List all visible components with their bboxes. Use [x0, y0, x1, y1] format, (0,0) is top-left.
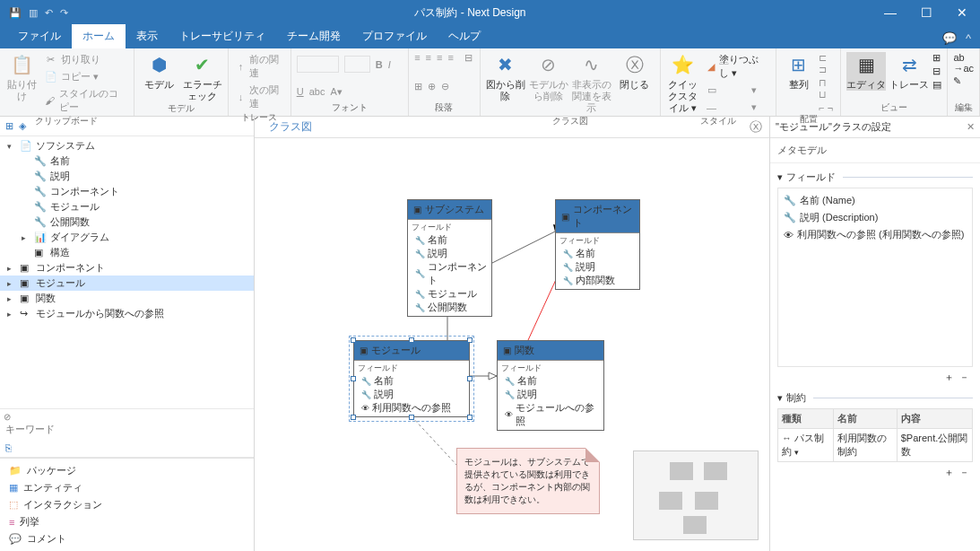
menubar: ファイル ホーム 表示 トレーサビリティ チーム開発 プロファイル ヘルプ 💬 … [0, 25, 980, 48]
tab-help[interactable]: ヘルプ [438, 24, 491, 48]
canvas-close-icon[interactable]: ⓧ [750, 119, 762, 136]
redo-icon[interactable]: ↷ [60, 7, 68, 19]
group-paragraph: 段落 [414, 101, 474, 116]
diagram-note[interactable]: モジュールは、サブシステムで提供されている関数は利用できるが、コンポーネント内部… [456, 448, 600, 514]
model-tree[interactable]: ▾📄ソフシステム🔧名前🔧説明🔧コンポーネント🔧モジュール🔧公開関数▸📊ダイアグラ… [0, 136, 254, 408]
class-subsystem[interactable]: ▣サブシステム フィールド 🔧名前 🔧説明 🔧コンポーネント 🔧モジュール 🔧公… [407, 199, 492, 317]
group-view: ビュー [846, 101, 941, 116]
class-component[interactable]: ▣コンポーネント フィールド 🔧名前 🔧説明 🔧内部関数 [555, 199, 640, 290]
tab-file[interactable]: ファイル [7, 24, 72, 48]
titlebar: 💾 ▥ ↶ ↷ パス制約 - Next Design — ☐ ✕ [0, 0, 980, 25]
remove-constraint-button[interactable]: － [959, 466, 969, 479]
window-title: パス制約 - Next Design [68, 5, 872, 21]
group-model: モデル [140, 102, 222, 117]
minimap[interactable] [633, 450, 759, 540]
tree-item[interactable]: 🔧コンポーネント [0, 184, 254, 199]
add-field-button[interactable]: ＋ [944, 371, 954, 384]
canvas-area: クラス図 ⓧ ▣サブシステム フィールド 🔧名前 [255, 117, 769, 551]
tree-item[interactable]: ▸▣モジュール [0, 276, 254, 291]
properties-panel: "モジュール"クラスの設定✕ メタモデル ▾フィールド 🔧名前 (Name)🔧説… [769, 117, 980, 551]
paste-button[interactable]: 📋貼り付け [5, 52, 39, 102]
editor-button[interactable]: ▦エディタ [846, 52, 886, 91]
quickstyle-button[interactable]: ⭐クイックスタイル ▾ [666, 52, 700, 115]
fill-button[interactable]: ◢塗りつぶし ▾ [704, 52, 770, 81]
tab-profile[interactable]: プロファイル [351, 24, 438, 48]
delete-from-model-button[interactable]: ⊘モデルから削除 [529, 52, 568, 102]
type-item[interactable]: ▦エンティティ [4, 479, 250, 496]
svg-marker-9 [489, 372, 497, 380]
tab-view[interactable]: 表示 [126, 24, 169, 48]
copy-structure-icon[interactable]: ⎘ [5, 442, 12, 453]
cut-button[interactable]: ✂切り取り [43, 52, 128, 67]
model-button[interactable]: ⬢モデル [140, 52, 179, 91]
panel-title: "モジュール"クラスの設定 [776, 120, 891, 134]
prev-relation-button[interactable]: ↑前の関連 [234, 52, 285, 81]
type-list[interactable]: 📁パッケージ▦エンティティ⬚インタラクション≡列挙💬コメント [0, 458, 254, 551]
type-item[interactable]: 💬コメント [4, 530, 250, 547]
tree-item[interactable]: ▸📊ダイアグラム [0, 230, 254, 245]
trace-view-button[interactable]: ⇄トレース [889, 52, 929, 91]
delete-from-figure-button[interactable]: ✖図から削除 [486, 52, 525, 102]
canvas-tab[interactable]: クラス図 [262, 116, 319, 138]
maximize-button[interactable]: ☐ [908, 5, 944, 20]
errorcheck-button[interactable]: ✔エラーチェック [183, 52, 222, 102]
class-function[interactable]: ▣関数 フィールド 🔧名前 🔧説明 👁モジュールへの参照 [497, 340, 604, 431]
nav-icon2[interactable]: ◈ [19, 120, 26, 132]
field-row[interactable]: 🔧説明 (Description) [782, 209, 968, 226]
tree-item[interactable]: 🔧名前 [0, 153, 254, 169]
close-diagram-button[interactable]: ⓧ閉じる [615, 52, 655, 91]
remove-field-button[interactable]: － [959, 371, 969, 384]
filter-input[interactable] [4, 422, 250, 436]
tab-home[interactable]: ホーム [72, 24, 126, 48]
tree-item[interactable]: ▾📄ソフシステム [0, 138, 254, 153]
new-icon[interactable]: ▥ [29, 7, 38, 19]
nav-icon[interactable]: ⊞ [5, 120, 13, 132]
group-edit: 編集 [953, 101, 974, 116]
minimize-button[interactable]: — [872, 5, 908, 20]
type-item[interactable]: ≡列挙 [4, 513, 250, 530]
type-item[interactable]: 📁パッケージ [4, 462, 250, 479]
type-item[interactable]: ⬚インタラクション [4, 496, 250, 513]
next-relation-button[interactable]: ↓次の関連 [234, 83, 285, 111]
tree-item[interactable]: ▸↪モジュールから関数への参照 [0, 306, 254, 321]
tree-item[interactable]: 🔧モジュール [0, 199, 254, 214]
ribbon: 📋貼り付け ✂切り取り 📄コピー ▾ 🖌スタイルのコピー クリップボード ⬢モデ… [0, 48, 980, 117]
constraints-table[interactable]: 種類名前内容 ↔ パス制約 ▾ 利用関数の制約 $Parent.公開関数 [777, 408, 973, 462]
show-hidden-button[interactable]: ∿非表示の関連を表示 [572, 52, 611, 115]
close-button[interactable]: ✕ [944, 5, 980, 20]
align-button[interactable]: ⊞整列 [782, 52, 816, 91]
panel-close-icon[interactable]: ✕ [967, 121, 975, 133]
field-row[interactable]: 🔧名前 (Name) [782, 192, 968, 209]
tab-trace[interactable]: トレーサビリティ [169, 24, 276, 48]
tree-item[interactable]: ▸▣コンポーネント [0, 260, 254, 276]
diagram-canvas[interactable]: ▣サブシステム フィールド 🔧名前 🔧説明 🔧コンポーネント 🔧モジュール 🔧公… [255, 138, 769, 551]
left-panel: ⊞ ◈ ▾📄ソフシステム🔧名前🔧説明🔧コンポーネント🔧モジュール🔧公開関数▸📊ダ… [0, 117, 255, 551]
group-font: フォント [297, 101, 403, 116]
panel-tab-metamodel[interactable]: メタモデル [770, 138, 980, 163]
feedback-icon[interactable]: 💬 [942, 31, 957, 45]
class-module[interactable]: ▣モジュール フィールド 🔧名前 🔧説明 👁利用関数への参照 [353, 340, 470, 417]
tree-item[interactable]: 🔧説明 [0, 169, 254, 184]
tab-team[interactable]: チーム開発 [276, 24, 351, 48]
save-icon[interactable]: 💾 [9, 7, 22, 19]
tree-item[interactable]: 🔧公開関数 [0, 214, 254, 230]
field-row[interactable]: 👁利用関数への参照 (利用関数への参照) [782, 226, 968, 243]
undo-icon[interactable]: ↶ [45, 7, 53, 19]
copy-style-button[interactable]: 🖌スタイルのコピー [43, 86, 128, 115]
tree-item[interactable]: ▣構造 [0, 245, 254, 260]
tree-item[interactable]: ▸▣関数 [0, 291, 254, 306]
copy-button[interactable]: 📄コピー ▾ [43, 69, 128, 84]
collapse-ribbon-icon[interactable]: ^ [966, 31, 971, 45]
field-list[interactable]: 🔧名前 (Name)🔧説明 (Description)👁利用関数への参照 (利用… [777, 188, 973, 367]
add-constraint-button[interactable]: ＋ [944, 466, 954, 479]
